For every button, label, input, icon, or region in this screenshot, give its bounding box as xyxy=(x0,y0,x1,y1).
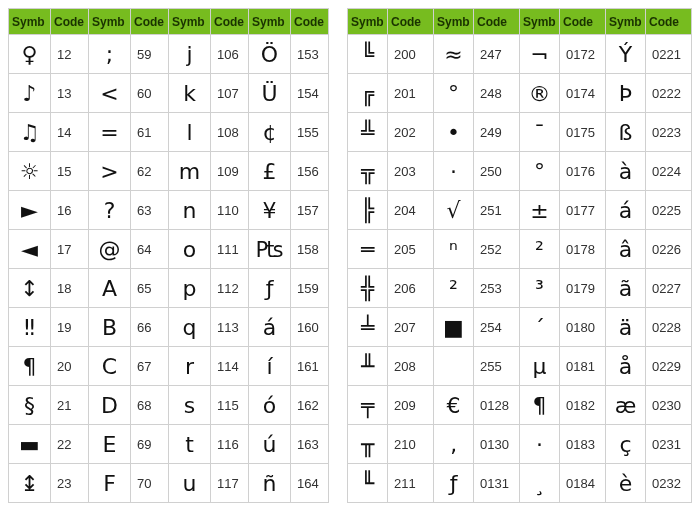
symbol-cell: ₧ xyxy=(249,230,291,269)
code-cell: 23 xyxy=(51,464,89,503)
header-code: Code xyxy=(560,9,606,35)
symbol-cell: € xyxy=(434,386,474,425)
symbol-cell: ß xyxy=(606,113,646,152)
symbol-cell: ╙ xyxy=(348,464,388,503)
code-cell: 0228 xyxy=(646,308,692,347)
symbol-cell: ƒ xyxy=(249,269,291,308)
symbol-cell: å xyxy=(606,347,646,386)
code-cell: 117 xyxy=(211,464,249,503)
symbol-cell: ╤ xyxy=(348,386,388,425)
symbol-cell: á xyxy=(249,308,291,347)
symbol-cell: s xyxy=(169,386,211,425)
code-cell: 158 xyxy=(291,230,329,269)
code-cell: 210 xyxy=(388,425,434,464)
code-cell: 163 xyxy=(291,425,329,464)
symbol-cell: < xyxy=(89,74,131,113)
header-symb: Symb xyxy=(249,9,291,35)
code-cell: 208 xyxy=(388,347,434,386)
table-row: ☼15>62m109£156 xyxy=(9,152,329,191)
symbol-cell: ¯ xyxy=(520,113,560,152)
symbol-cell: F xyxy=(89,464,131,503)
code-cell: 0128 xyxy=(474,386,520,425)
symbol-cell xyxy=(434,347,474,386)
code-cell: 0223 xyxy=(646,113,692,152)
code-cell: 211 xyxy=(388,464,434,503)
code-cell: 156 xyxy=(291,152,329,191)
code-cell: 207 xyxy=(388,308,434,347)
symbol-cell: ▬ xyxy=(9,425,51,464)
code-cell: 61 xyxy=(131,113,169,152)
symbol-cell: ╬ xyxy=(348,269,388,308)
symbol-cell: E xyxy=(89,425,131,464)
code-cell: 159 xyxy=(291,269,329,308)
code-cell: 0227 xyxy=(646,269,692,308)
table-row: ¶20C67r114í161 xyxy=(9,347,329,386)
symbol-cell: √ xyxy=(434,191,474,230)
symbol-cell: ¶ xyxy=(9,347,51,386)
symbol-cell: ´ xyxy=(520,308,560,347)
symbol-cell: m xyxy=(169,152,211,191)
table-row: §21D68s115ó162 xyxy=(9,386,329,425)
symbol-cell: ‚ xyxy=(434,425,474,464)
symbol-cell: Þ xyxy=(606,74,646,113)
symbol-cell: ╠ xyxy=(348,191,388,230)
symbol-cell: ± xyxy=(520,191,560,230)
symbol-cell: • xyxy=(434,113,474,152)
code-cell: 0224 xyxy=(646,152,692,191)
symbol-cell: ? xyxy=(89,191,131,230)
code-cell: 108 xyxy=(211,113,249,152)
header-code: Code xyxy=(474,9,520,35)
symbol-cell: C xyxy=(89,347,131,386)
code-cell: 202 xyxy=(388,113,434,152)
symbol-cell: Ö xyxy=(249,35,291,74)
code-cell: 203 xyxy=(388,152,434,191)
code-cell: 204 xyxy=(388,191,434,230)
code-cell: 68 xyxy=(131,386,169,425)
table-row: ♫14=61l108¢155 xyxy=(9,113,329,152)
code-cell: 206 xyxy=(388,269,434,308)
code-cell: 0226 xyxy=(646,230,692,269)
code-cell: 64 xyxy=(131,230,169,269)
code-cell: 12 xyxy=(51,35,89,74)
code-cell: 0221 xyxy=(646,35,692,74)
symbol-cell: o xyxy=(169,230,211,269)
code-cell: 249 xyxy=(474,113,520,152)
code-cell: 154 xyxy=(291,74,329,113)
header-code: Code xyxy=(211,9,249,35)
code-cell: 251 xyxy=(474,191,520,230)
code-cell: 14 xyxy=(51,113,89,152)
symbol-cell: ≈ xyxy=(434,35,474,74)
table-row: ╠204√251±0177á0225 xyxy=(348,191,692,230)
code-cell: 0175 xyxy=(560,113,606,152)
symbol-cell: â xyxy=(606,230,646,269)
symbol-cell: ╚ xyxy=(348,35,388,74)
code-cell: 111 xyxy=(211,230,249,269)
code-cell: 17 xyxy=(51,230,89,269)
symbol-cell: > xyxy=(89,152,131,191)
symbol-cell: ² xyxy=(520,230,560,269)
code-cell: 66 xyxy=(131,308,169,347)
table-row: ►16?63n110¥157 xyxy=(9,191,329,230)
symbol-cell: è xyxy=(606,464,646,503)
symbol-cell: æ xyxy=(606,386,646,425)
code-cell: 63 xyxy=(131,191,169,230)
header-symb: Symb xyxy=(9,9,51,35)
code-cell: 15 xyxy=(51,152,89,191)
code-cell: 13 xyxy=(51,74,89,113)
symbol-cell: ╧ xyxy=(348,308,388,347)
code-cell: 0222 xyxy=(646,74,692,113)
table-row: ↨23F70u117ñ164 xyxy=(9,464,329,503)
table-row: ♀12;59j106Ö153 xyxy=(9,35,329,74)
table-row: ╧207■254´0180ä0228 xyxy=(348,308,692,347)
code-cell: 116 xyxy=(211,425,249,464)
code-cell: 205 xyxy=(388,230,434,269)
symbol-cell: ó xyxy=(249,386,291,425)
header-symb: Symb xyxy=(434,9,474,35)
symbol-cell: ╔ xyxy=(348,74,388,113)
code-cell: 200 xyxy=(388,35,434,74)
code-cell: 59 xyxy=(131,35,169,74)
code-cell: 70 xyxy=(131,464,169,503)
header-code: Code xyxy=(646,9,692,35)
symbol-cell: ä xyxy=(606,308,646,347)
symbol-cell: · xyxy=(434,152,474,191)
